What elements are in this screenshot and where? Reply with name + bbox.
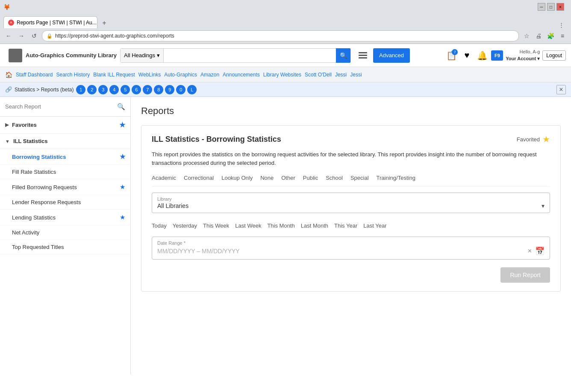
stack-icon[interactable] (356, 49, 370, 62)
alpha-6[interactable]: 6 (132, 85, 141, 94)
search-type-label: All Headings (124, 52, 155, 59)
breadcrumb-close-button[interactable]: × (556, 85, 566, 94)
ill-chevron-icon: ▼ (5, 139, 10, 144)
lib-tab-academic[interactable]: Academic (152, 175, 176, 183)
user-account[interactable]: Hello, A-g Your Account ▾ (506, 49, 540, 62)
sidebar-item-lending-statistics[interactable]: Lending Statistics ★ (0, 210, 130, 225)
reports-icon-button[interactable]: 📋 7 (445, 49, 458, 62)
lib-tab-special[interactable]: Special (350, 175, 369, 183)
new-tab-button[interactable]: + (99, 18, 109, 28)
lender-response-label: Lender Response Requests (12, 199, 81, 205)
lib-tab-school[interactable]: School (326, 175, 343, 183)
nav-blank-ill[interactable]: Blank ILL Request (93, 72, 135, 78)
app-avatar (9, 49, 22, 62)
sidebar-item-net-activity[interactable]: Net Activity (0, 225, 130, 240)
f9-icon-button[interactable]: F9 (491, 50, 503, 61)
menu-icon[interactable]: ≡ (557, 31, 568, 41)
advanced-button[interactable]: Advanced (373, 48, 410, 63)
bookmark-icon[interactable]: ☆ (521, 31, 532, 41)
date-tab-last-month[interactable]: Last Month (301, 221, 328, 231)
sidebar-item-top-requested[interactable]: Top Requested Titles (0, 240, 130, 255)
date-tab-this-week[interactable]: This Week (203, 221, 229, 231)
search-type-dropdown[interactable]: All Headings ▾ (121, 49, 164, 62)
borrowing-star-icon[interactable]: ★ (120, 153, 125, 161)
search-input[interactable] (164, 49, 336, 62)
library-dropdown[interactable]: Library All Libraries ▾ (152, 193, 550, 213)
nav-staff-dashboard[interactable]: Staff Dashboard (16, 72, 53, 78)
sidebar-item-borrowing-statistics[interactable]: Borrowing Statistics ★ (0, 149, 130, 165)
ill-statistics-header[interactable]: ▼ ILL Statistics (0, 134, 130, 149)
run-report-button[interactable]: Run Report (500, 267, 550, 283)
date-tab-this-month[interactable]: This Month (267, 221, 294, 231)
maximize-button[interactable]: □ (547, 3, 555, 11)
search-report-input[interactable] (5, 103, 117, 110)
sidebar-item-fill-rate[interactable]: Fill Rate Statistics (0, 165, 130, 179)
alpha-5[interactable]: 5 (121, 85, 130, 94)
svg-rect-1 (359, 55, 367, 56)
heart-icon-button[interactable]: ♥ (460, 49, 473, 62)
lib-tab-training[interactable]: Training/Testing (377, 175, 415, 183)
back-button[interactable]: ← (3, 31, 14, 41)
lib-tab-none[interactable]: None (260, 175, 274, 183)
nav-jessi-2[interactable]: Jessi (350, 72, 362, 78)
nav-weblinks[interactable]: WebLinks (138, 72, 161, 78)
print-icon[interactable]: 🖨 (533, 31, 544, 41)
date-tab-today[interactable]: Today (152, 221, 167, 231)
alpha-3[interactable]: 3 (98, 85, 108, 94)
alpha-8[interactable]: 8 (154, 85, 163, 94)
alpha-1[interactable]: 1 (76, 85, 85, 94)
lib-tab-public[interactable]: Public (303, 175, 318, 183)
lib-tab-correctional[interactable]: Correctional (184, 175, 214, 183)
search-button[interactable]: 🔍 (336, 48, 350, 63)
library-dropdown-value: All Libraries (157, 202, 188, 209)
tab-list-icon[interactable]: ⋮ (559, 22, 564, 28)
nav-library-websites[interactable]: Library Websites (263, 72, 301, 78)
app-name: Auto-Graphics Community Library (26, 52, 117, 59)
library-type-tabs: Academic Correctional Lookup Only None O… (152, 175, 550, 187)
nav-search-history[interactable]: Search History (56, 72, 90, 78)
date-tab-last-week[interactable]: Last Week (235, 221, 261, 231)
logout-button[interactable]: Logout (542, 50, 566, 61)
search-type-chevron: ▾ (157, 52, 160, 59)
date-tab-last-year[interactable]: Last Year (363, 221, 386, 231)
calendar-icon[interactable]: 📅 (535, 246, 545, 256)
account-label: Your Account ▾ (506, 56, 540, 62)
alpha-7[interactable]: 7 (143, 85, 152, 94)
alpha-L[interactable]: L (187, 85, 197, 94)
nav-autographics[interactable]: Auto-Graphics (164, 72, 197, 78)
nav-jessi-1[interactable]: Jessi (335, 72, 347, 78)
date-tab-yesterday[interactable]: Yesterday (173, 221, 197, 231)
favorites-star-icon: ★ (119, 121, 125, 129)
alpha-0[interactable]: 0 (176, 85, 185, 94)
alpha-2[interactable]: 2 (87, 85, 97, 94)
sidebar-item-lender-response[interactable]: Lender Response Requests (0, 195, 130, 210)
main-content: Reports ILL Statistics - Borrowing Stati… (131, 97, 571, 374)
bell-icon-button[interactable]: 🔔 (476, 49, 489, 62)
minimize-button[interactable]: ─ (538, 3, 545, 11)
nav-announcements[interactable]: Announcements (223, 72, 260, 78)
lending-star-icon[interactable]: ★ (120, 214, 125, 221)
home-icon[interactable]: 🏠 (5, 71, 12, 78)
browser-tab[interactable]: A Reports Page | STWI | STWI | Au... × (3, 16, 97, 28)
library-dropdown-chevron-icon[interactable]: ▾ (542, 202, 545, 209)
reload-button[interactable]: ↺ (29, 31, 39, 41)
lib-tab-lookup[interactable]: Lookup Only (221, 175, 253, 183)
nav-scott-odell[interactable]: Scott O'Dell (305, 72, 332, 78)
address-bar[interactable]: 🔒 https://preprod-stwi-agent.auto-graphi… (42, 30, 519, 41)
alpha-9[interactable]: 9 (165, 85, 174, 94)
date-tab-this-year[interactable]: This Year (334, 221, 357, 231)
lib-tab-other[interactable]: Other (281, 175, 295, 183)
sidebar-item-filled-borrowing[interactable]: Filled Borrowing Requests ★ (0, 179, 130, 195)
forward-button[interactable]: → (16, 31, 26, 41)
filled-borrowing-star-icon[interactable]: ★ (120, 183, 125, 191)
extensions-icon[interactable]: 🧩 (545, 31, 556, 41)
breadcrumb-bar: 🔗 Statistics > Reports (beta) 1 2 3 4 5 … (0, 82, 571, 97)
favorited-star-icon[interactable]: ★ (542, 134, 550, 144)
alpha-4[interactable]: 4 (109, 85, 119, 94)
favorites-header[interactable]: ▶ Favorites ★ (0, 117, 130, 134)
date-range-clear-icon[interactable]: × (528, 247, 532, 255)
nav-bar: 🏠 Staff Dashboard Search History Blank I… (0, 67, 571, 82)
search-report-icon[interactable]: 🔍 (117, 103, 125, 111)
close-button[interactable]: × (556, 3, 564, 11)
nav-amazon[interactable]: Amazon (200, 72, 219, 78)
